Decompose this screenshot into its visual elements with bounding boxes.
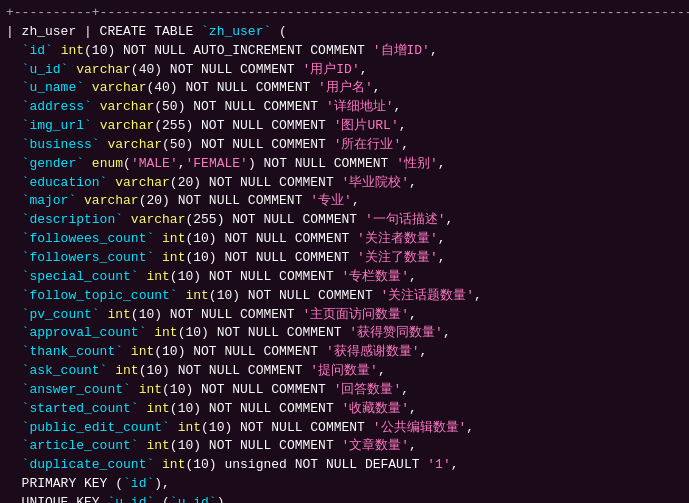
field-special_count: `special_count` int(10) NOT NULL COMMENT… [6, 268, 683, 287]
field-education: `education` varchar(20) NOT NULL COMMENT… [6, 174, 683, 193]
field-duplicate_count: `duplicate_count` int(10) unsigned NOT N… [6, 456, 683, 475]
field-article_count: `article_count` int(10) NOT NULL COMMENT… [6, 437, 683, 456]
field-description: `description` varchar(255) NOT NULL COMM… [6, 211, 683, 230]
field-public_edit_count: `public_edit_count` int(10) NOT NULL COM… [6, 419, 683, 438]
field-followees_count: `followees_count` int(10) NOT NULL COMME… [6, 230, 683, 249]
field-business: `business` varchar(50) NOT NULL COMMENT … [6, 136, 683, 155]
terminal-window: +----------+----------------------------… [0, 0, 689, 503]
field-ask_count: `ask_count` int(10) NOT NULL COMMENT '提问… [6, 362, 683, 381]
unique-key: UNIQUE KEY `u_id` (`u_id`) [6, 494, 683, 503]
field-u_name: `u_name` varchar(40) NOT NULL COMMENT '用… [6, 79, 683, 98]
field-major: `major` varchar(20) NOT NULL COMMENT '专业… [6, 192, 683, 211]
field-approval_count: `approval_count` int(10) NOT NULL COMMEN… [6, 324, 683, 343]
field-followers_count: `followers_count` int(10) NOT NULL COMME… [6, 249, 683, 268]
field-pv_count: `pv_count` int(10) NOT NULL COMMENT '主页面… [6, 306, 683, 325]
field-gender: `gender` enum('MALE','FEMALE') NOT NULL … [6, 155, 683, 174]
primary-key: PRIMARY KEY (`id`), [6, 475, 683, 494]
field-address: `address` varchar(50) NOT NULL COMMENT '… [6, 98, 683, 117]
field-img_url: `img_url` varchar(255) NOT NULL COMMENT … [6, 117, 683, 136]
field-answer_count: `answer_count` int(10) NOT NULL COMMENT … [6, 381, 683, 400]
header-row: | zh_user | CREATE TABLE `zh_user` ( [6, 23, 683, 42]
field-started_count: `started_count` int(10) NOT NULL COMMENT… [6, 400, 683, 419]
separator-line: +----------+----------------------------… [6, 4, 683, 23]
field-u_id: `u_id` varchar(40) NOT NULL COMMENT '用户I… [6, 61, 683, 80]
field-id: `id` int(10) NOT NULL AUTO_INCREMENT COM… [6, 42, 683, 61]
field-thank_count: `thank_count` int(10) NOT NULL COMMENT '… [6, 343, 683, 362]
field-follow_topic_count: `follow_topic_count` int(10) NOT NULL CO… [6, 287, 683, 306]
